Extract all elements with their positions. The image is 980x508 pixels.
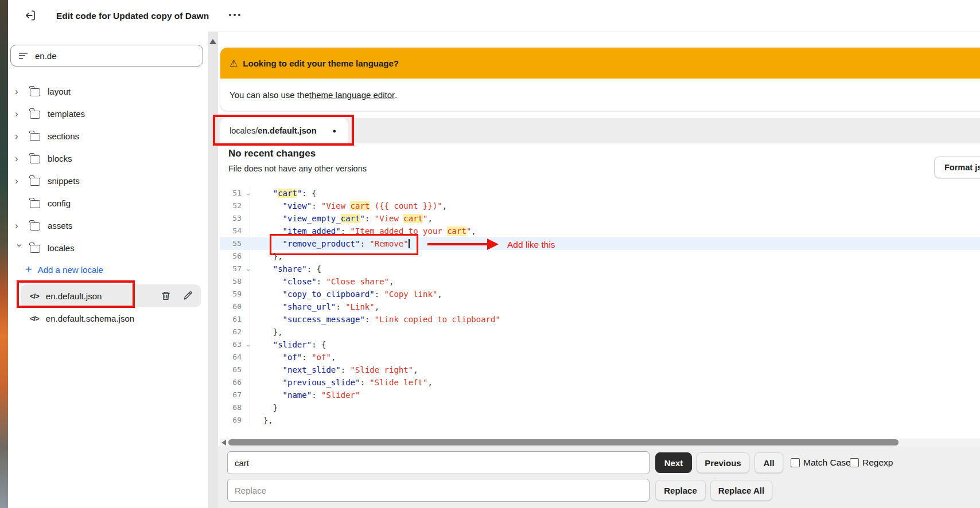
- tree-item-blocks[interactable]: ›blocks: [10, 147, 204, 170]
- line-number[interactable]: 65: [220, 364, 250, 376]
- tree-item-snippets[interactable]: ›snippets: [10, 170, 204, 192]
- code-text[interactable]: "view_empty_cart": "View cart",: [250, 212, 433, 225]
- replace-input[interactable]: [227, 479, 650, 502]
- add-locale-button[interactable]: + Add a new locale: [25, 259, 103, 280]
- code-line-61[interactable]: 61 "success_message": "Link copied to cl…: [220, 313, 980, 326]
- file-filter-input[interactable]: [34, 50, 185, 61]
- more-actions-icon[interactable]: [229, 14, 240, 16]
- line-number[interactable]: 60: [220, 300, 250, 313]
- checkbox-icon[interactable]: [791, 458, 800, 467]
- line-number[interactable]: 54: [220, 225, 250, 237]
- tab-locales-en-default-json[interactable]: locales/en.default.json ●: [220, 118, 348, 143]
- tree-item-assets[interactable]: ›assets: [10, 214, 204, 237]
- code-line-51[interactable]: 51› "cart": {: [220, 187, 980, 200]
- fold-toggle-icon[interactable]: ›: [242, 193, 255, 196]
- chevron-right-icon[interactable]: ›: [15, 176, 25, 186]
- code-line-68[interactable]: 68 }: [220, 401, 980, 414]
- line-number[interactable]: 52: [220, 200, 250, 212]
- find-all-button[interactable]: All: [755, 452, 783, 473]
- line-number[interactable]: 57›: [220, 263, 250, 275]
- scroll-up-icon[interactable]: [209, 39, 216, 44]
- code-text[interactable]: },: [250, 414, 273, 427]
- code-text[interactable]: "success_message": "Link copied to clipb…: [250, 313, 500, 326]
- chevron-right-icon[interactable]: ›: [15, 154, 25, 163]
- code-line-64[interactable]: 64 "of": "of",: [220, 351, 980, 364]
- find-input[interactable]: [227, 451, 650, 474]
- line-number[interactable]: 62: [220, 326, 250, 338]
- tree-item-locales[interactable]: ›locales: [10, 237, 204, 259]
- line-number[interactable]: 59: [220, 288, 250, 300]
- match-case-checkbox[interactable]: Match Case: [791, 452, 851, 473]
- line-number[interactable]: 68: [220, 401, 250, 414]
- vertical-scrollbar[interactable]: [208, 32, 218, 508]
- code-line-55[interactable]: 55 "remove_product": "Remove": [220, 237, 980, 250]
- line-number[interactable]: 67: [220, 389, 250, 401]
- format-json-button[interactable]: Format js: [934, 157, 980, 178]
- tree-item-sections[interactable]: ›sections: [10, 125, 204, 147]
- line-number[interactable]: 55: [220, 237, 250, 250]
- line-number[interactable]: 56: [220, 250, 250, 263]
- exit-icon[interactable]: [24, 9, 37, 22]
- code-line-59[interactable]: 59 "copy_to_clipboard": "Copy link",: [220, 288, 980, 300]
- replace-button[interactable]: Replace: [655, 480, 706, 501]
- line-number[interactable]: 53: [220, 212, 250, 225]
- code-line-67[interactable]: 67 "name": "Slider": [220, 389, 980, 401]
- line-number[interactable]: 64: [220, 351, 250, 364]
- code-text[interactable]: "share": {: [250, 263, 321, 275]
- regexp-checkbox[interactable]: Regexp: [850, 452, 893, 473]
- find-previous-button[interactable]: Previous: [697, 452, 749, 473]
- code-line-57[interactable]: 57› "share": {: [220, 263, 980, 275]
- file-item-en-default-json[interactable]: </> en.default.json: [21, 284, 201, 307]
- code-text[interactable]: "name": "Slider": [250, 389, 360, 401]
- code-line-58[interactable]: 58 "close": "Close share",: [220, 275, 980, 288]
- code-line-52[interactable]: 52 "view": "View cart ({{ count }})",: [220, 200, 980, 212]
- chevron-right-icon[interactable]: ›: [15, 109, 25, 119]
- code-text[interactable]: "share_url": "Link",: [250, 300, 379, 313]
- code-line-56[interactable]: 56 },: [220, 250, 980, 263]
- scroll-left-icon[interactable]: [221, 440, 226, 446]
- code-line-66[interactable]: 66 "previous_slide": "Slide left",: [220, 376, 980, 389]
- code-text[interactable]: "of": "of",: [250, 351, 336, 364]
- file-filter-box[interactable]: [10, 45, 203, 67]
- code-text[interactable]: },: [250, 326, 283, 338]
- fold-toggle-icon[interactable]: ›: [242, 345, 255, 347]
- line-number[interactable]: 51›: [220, 187, 250, 200]
- chevron-down-icon[interactable]: ›: [15, 244, 25, 254]
- chevron-right-icon[interactable]: ›: [15, 131, 25, 141]
- code-text[interactable]: "cart": {: [250, 187, 317, 200]
- theme-language-editor-link[interactable]: theme language editor: [309, 90, 395, 100]
- line-number[interactable]: 61: [220, 313, 250, 326]
- horizontal-scrollbar[interactable]: [220, 439, 980, 446]
- code-text[interactable]: "previous_slide": "Slide left",: [250, 376, 433, 389]
- chevron-right-icon[interactable]: ›: [15, 87, 25, 96]
- chevron-right-icon[interactable]: ›: [15, 221, 25, 230]
- code-editor[interactable]: 51› "cart": {52 "view": "View cart ({{ c…: [220, 187, 980, 427]
- tree-item-layout[interactable]: ›layout: [10, 80, 204, 103]
- line-number[interactable]: 69: [220, 414, 250, 427]
- replace-all-button[interactable]: Replace All: [710, 480, 772, 501]
- code-line-62[interactable]: 62 },: [220, 326, 980, 338]
- tree-item-templates[interactable]: ›templates: [10, 103, 204, 125]
- code-text[interactable]: }: [250, 401, 278, 414]
- code-text[interactable]: "slider": {: [250, 338, 326, 351]
- file-item-en-default-schema-json[interactable]: </> en.default.schema.json: [21, 308, 201, 329]
- code-line-54[interactable]: 54 "item_added": "Item added to your car…: [220, 225, 980, 237]
- code-text[interactable]: "remove_product": "Remove": [250, 237, 410, 250]
- code-text[interactable]: "copy_to_clipboard": "Copy link",: [250, 288, 442, 300]
- line-number[interactable]: 63›: [220, 338, 250, 351]
- find-next-button[interactable]: Next: [655, 452, 692, 473]
- code-text[interactable]: "item_added": "Item added to your cart",: [250, 225, 476, 237]
- code-text[interactable]: },: [250, 250, 283, 263]
- checkbox-icon[interactable]: [850, 458, 859, 467]
- code-line-53[interactable]: 53 "view_empty_cart": "View cart",: [220, 212, 980, 225]
- code-line-60[interactable]: 60 "share_url": "Link",: [220, 300, 980, 313]
- delete-icon[interactable]: [161, 291, 171, 301]
- code-line-69[interactable]: 69 },: [220, 414, 980, 427]
- code-line-63[interactable]: 63› "slider": {: [220, 338, 980, 351]
- code-text[interactable]: "close": "Close share",: [250, 275, 394, 288]
- code-text[interactable]: "view": "View cart ({{ count }})",: [250, 200, 447, 212]
- code-text[interactable]: "next_slide": "Slide right",: [250, 364, 418, 376]
- tree-item-config[interactable]: ›config: [10, 192, 204, 214]
- fold-toggle-icon[interactable]: ›: [242, 269, 255, 271]
- line-number[interactable]: 58: [220, 275, 250, 288]
